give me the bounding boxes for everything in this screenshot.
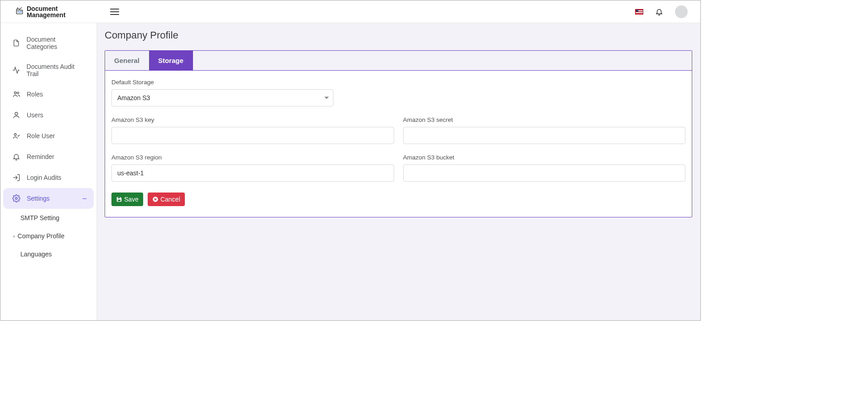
save-icon (116, 196, 122, 202)
s3-key-label: Amazon S3 key (111, 116, 394, 123)
activity-icon (12, 66, 20, 74)
default-storage-select-wrap (111, 89, 333, 106)
actions: Save Cancel (111, 193, 685, 206)
header: Document Management (0, 0, 700, 23)
user-icon (12, 111, 20, 119)
page-title: Company Profile (105, 29, 692, 41)
svg-point-5 (17, 92, 19, 94)
bell-icon (12, 153, 20, 161)
svg-rect-2 (19, 11, 20, 12)
svg-rect-1 (18, 11, 19, 13)
s3-bucket-label: Amazon S3 bucket (403, 154, 686, 161)
sidebar-subitem-label: Company Profile (18, 232, 65, 240)
cancel-button-label: Cancel (160, 196, 180, 203)
sidebar: Document Categories Documents Audit Trai… (0, 23, 96, 320)
s3-key-input[interactable] (111, 127, 394, 144)
sidebar-item-audit-trail[interactable]: Documents Audit Trail (3, 57, 94, 84)
sidebar-item-document-categories[interactable]: Document Categories (3, 29, 94, 57)
sidebar-item-label: Roles (27, 91, 43, 98)
header-right (635, 5, 688, 18)
sidebar-item-reminder[interactable]: Reminder (3, 146, 94, 167)
svg-point-4 (14, 92, 17, 94)
users-icon (12, 90, 20, 98)
svg-point-8 (15, 198, 18, 200)
collapse-icon: – (82, 195, 87, 202)
login-icon (12, 173, 20, 182)
sidebar-subitem-label: Languages (20, 250, 52, 258)
sidebar-subitem-languages[interactable]: Languages (0, 245, 96, 263)
sidebar-item-settings[interactable]: Settings – (3, 188, 94, 209)
sidebar-item-label: Users (27, 111, 43, 119)
main: Company Profile General Storage Default … (96, 23, 700, 320)
avatar[interactable] (675, 5, 688, 18)
s3-region-input[interactable] (111, 164, 394, 182)
notifications-icon[interactable] (655, 8, 663, 16)
chevron-right-icon: › (13, 233, 15, 239)
sidebar-subitem-smtp[interactable]: SMTP Setting (0, 209, 96, 227)
tab-general[interactable]: General (105, 51, 149, 70)
sidebar-item-label: Reminder (27, 153, 54, 160)
row-region-bucket: Amazon S3 region Amazon S3 bucket (111, 154, 685, 182)
cancel-icon (152, 196, 159, 202)
logo[interactable]: Document Management (15, 5, 108, 18)
sidebar-item-label: Documents Audit Trail (27, 63, 87, 77)
s3-secret-input[interactable] (403, 127, 686, 144)
logo-icon (15, 6, 24, 17)
user-check-icon (12, 132, 20, 140)
svg-point-6 (15, 112, 18, 115)
sidebar-item-label: Role User (27, 132, 55, 140)
sidebar-subitem-label: SMTP Setting (20, 214, 59, 222)
svg-rect-9 (118, 197, 120, 198)
sidebar-item-login-audits[interactable]: Login Audits (3, 167, 94, 188)
card-body: Default Storage Amazon S3 key Amazon S3 … (105, 71, 692, 217)
logo-text: Document Management (27, 5, 66, 18)
tab-storage[interactable]: Storage (149, 51, 193, 70)
file-icon (12, 39, 20, 47)
s3-secret-label: Amazon S3 secret (403, 116, 686, 123)
card: General Storage Default Storage Amazon S… (105, 50, 692, 217)
sidebar-item-label: Login Audits (27, 174, 61, 181)
sidebar-item-label: Settings (27, 195, 50, 202)
s3-region-label: Amazon S3 region (111, 154, 394, 161)
menu-toggle-icon[interactable] (108, 7, 121, 17)
cancel-button[interactable]: Cancel (148, 193, 185, 206)
tabs: General Storage (105, 51, 692, 71)
gear-icon (12, 194, 20, 202)
sidebar-item-roles[interactable]: Roles (3, 84, 94, 105)
sidebar-item-role-user[interactable]: Role User (3, 125, 94, 146)
sidebar-item-users[interactable]: Users (3, 105, 94, 125)
default-storage-label: Default Storage (111, 79, 685, 86)
svg-rect-10 (118, 200, 121, 202)
default-storage-select[interactable] (111, 89, 333, 106)
save-button[interactable]: Save (111, 193, 143, 206)
svg-rect-3 (21, 10, 22, 13)
s3-bucket-input[interactable] (403, 164, 686, 182)
sidebar-item-label: Document Categories (27, 36, 87, 50)
save-button-label: Save (124, 196, 139, 203)
sidebar-subitem-company-profile[interactable]: › Company Profile (0, 227, 96, 245)
svg-point-7 (14, 134, 17, 136)
row-key-secret: Amazon S3 key Amazon S3 secret (111, 116, 685, 144)
language-flag-icon[interactable] (635, 9, 643, 14)
